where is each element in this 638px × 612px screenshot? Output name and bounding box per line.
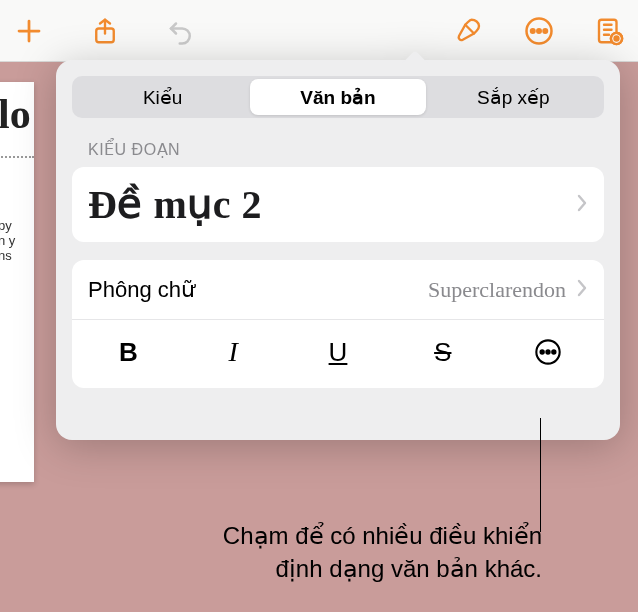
paragraph-style-section-label: KIỂU ĐOẠN [72,140,604,159]
presenter-icon[interactable] [592,14,626,48]
callout-leader-line [540,418,541,532]
chevron-right-icon [576,278,588,302]
share-icon[interactable] [88,14,122,48]
svg-point-5 [537,29,541,33]
svg-point-13 [546,350,549,353]
text-style-buttons: B I U S [72,320,604,388]
underline-button[interactable]: U [314,332,362,372]
svg-point-6 [544,29,548,33]
callout-text: Chạm để có nhiều điều khiển định dạng vă… [0,519,638,586]
format-brush-icon[interactable] [452,14,486,48]
popover-arrow [400,49,430,64]
bold-button[interactable]: B [104,332,152,372]
toolbar-left [12,14,198,48]
paragraph-style-row[interactable]: Đề mục 2 [72,167,604,242]
more-text-options-button[interactable] [524,332,572,372]
tab-text[interactable]: Văn bản [250,79,425,115]
more-icon[interactable] [522,14,556,48]
strikethrough-button[interactable]: S [419,332,467,372]
svg-point-14 [552,350,555,353]
add-icon[interactable] [12,14,46,48]
italic-button[interactable]: I [209,332,257,372]
font-label: Phông chữ [88,277,195,303]
doc-title-fragment: lo [0,92,34,152]
paragraph-style-name: Đề mục 2 [88,181,576,228]
top-toolbar [0,0,638,62]
tab-arrange[interactable]: Sắp xếp [426,79,601,115]
popover-tabs: Kiểu Văn bản Sắp xếp [72,76,604,118]
undo-icon[interactable] [164,14,198,48]
svg-point-12 [540,350,543,353]
toolbar-right [452,14,626,48]
svg-point-4 [531,29,535,33]
document-page-edge: lo py n y ns [0,82,34,482]
font-row[interactable]: Phông chữ Superclarendon [72,260,604,320]
format-popover: Kiểu Văn bản Sắp xếp KIỂU ĐOẠN Đề mục 2 … [56,60,620,440]
font-card: Phông chữ Superclarendon B I U S [72,260,604,388]
svg-point-10 [615,36,619,40]
font-value: Superclarendon [195,277,576,303]
tab-style[interactable]: Kiểu [75,79,250,115]
chevron-right-icon [576,193,588,217]
paragraph-style-card: Đề mục 2 [72,167,604,242]
